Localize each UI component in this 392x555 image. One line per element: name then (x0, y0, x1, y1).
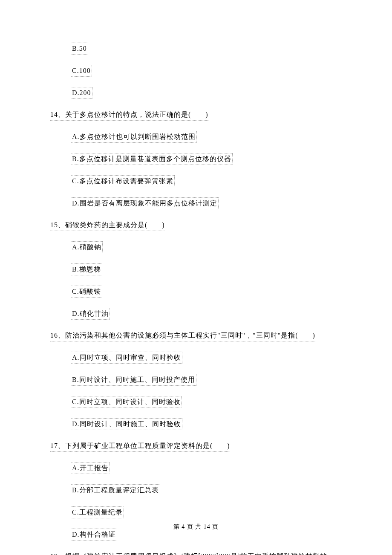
option-b: B.50 (71, 43, 88, 55)
q15-option-c: C.硝酸铵 (71, 286, 102, 298)
option-c: C.100 (71, 65, 92, 77)
q15-option-b: B.梯恩梯 (71, 263, 102, 275)
option-d: D.200 (71, 87, 92, 99)
question-14-text: 14、关于多点位移计的特点，说法正确的是( ) (50, 109, 208, 121)
q15-option-a: A.硝酸钠 (71, 241, 103, 253)
question-16-text: 16、防治污染和其他公害的设施必须与主体工程实行"三同时"，"三同时"是指( ) (50, 330, 315, 341)
question-15-text: 15、硝铵类炸药的主要成分是( ) (50, 220, 165, 231)
q14-option-c: C.多点位移计布设需要弹簧张紧 (71, 175, 175, 187)
q17-option-c: C.工程测量纪录 (71, 506, 124, 518)
q15-option-d: D.硝化甘油 (71, 308, 110, 320)
q16-option-c: C.同时立项、同时设计、同时验收 (71, 396, 182, 408)
question-17-text: 17、下列属于矿业工程单位工程质量评定资料的是( ) (50, 440, 230, 452)
q16-option-d: D.同时设计、同时施工、同时验收 (71, 418, 182, 430)
q14-option-d: D.围岩是否有离层现象不能用多点位移计测定 (71, 197, 219, 209)
question-18-line1: 18、根据《建筑安装工程费用项目组成》(建标[2003]206号)施工中手忙脚乱… (50, 551, 334, 555)
q16-option-a: A.同时立项、同时审查、同时验收 (71, 352, 182, 364)
q14-option-b: B.多点位移计是测量巷道表面多个测点位移的仪器 (71, 153, 233, 165)
q17-option-a: A.开工报告 (71, 462, 110, 474)
page-footer: 第 4 页 共 14 页 (0, 522, 392, 531)
q16-option-b: B.同时设计、同时施工、同时投产使用 (71, 374, 196, 386)
q17-option-b: B.分部工程质量评定汇总表 (71, 484, 160, 496)
q14-option-a: A.多点位移计也可以判断围岩松动范围 (71, 131, 197, 143)
